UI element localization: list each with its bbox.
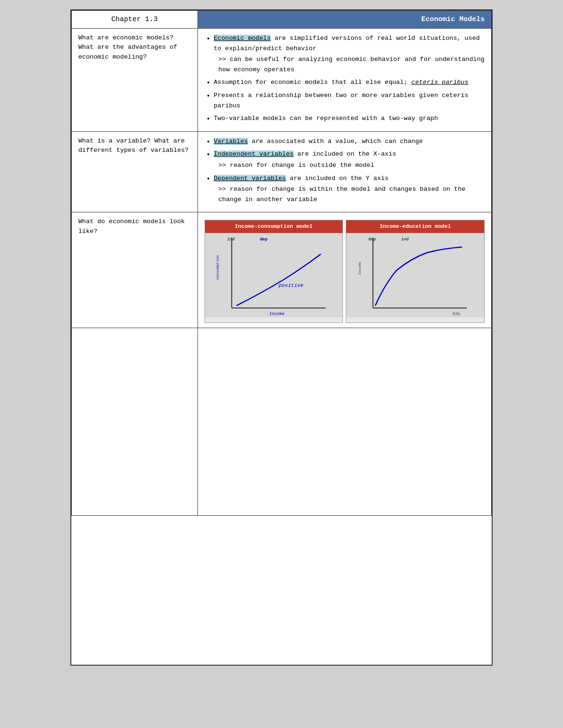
svg-text:Income: Income xyxy=(358,262,362,275)
bullet-list-1: Economic models are simplified versions … xyxy=(205,33,485,124)
header-row: Chapter 1.3 Economic Models xyxy=(72,11,492,29)
question-text-3: What do economic models look like? xyxy=(78,218,185,234)
content-cell-1: Economic models are simplified versions … xyxy=(198,29,492,132)
svg-text:dep: dep xyxy=(259,237,267,242)
text-ceteris-paribus: ceteris paribus xyxy=(411,79,469,86)
list-item: Presents a relationship between two or m… xyxy=(214,90,485,111)
main-table: Chapter 1.3 Economic Models What are eco… xyxy=(71,10,492,516)
table-row: What is a variable? What are different t… xyxy=(72,131,492,212)
graph-title-2: Income-education model xyxy=(346,220,484,233)
highlight-variables: Variables xyxy=(214,138,248,145)
chapter-header: Chapter 1.3 xyxy=(72,11,198,29)
svg-text:Edu: Edu xyxy=(453,312,460,316)
empty-right xyxy=(198,328,492,516)
highlight-dependent: Dependent variables xyxy=(214,175,286,182)
empty-left xyxy=(72,328,198,516)
content-cell-2: Variables are associated with a value, w… xyxy=(198,131,492,212)
svg-text:Income: Income xyxy=(269,312,284,316)
svg-text:ind: ind xyxy=(227,237,234,242)
content-cell-3: Income-consumption model ind dep consu xyxy=(198,212,492,328)
text-3a: Presents a relationship between two or m… xyxy=(214,92,469,109)
graphs-container: Income-consumption model ind dep consu xyxy=(205,220,485,323)
list-item: Dependent variables are included on the … xyxy=(214,173,485,205)
graph-svg-2: dep ind Income xyxy=(346,233,484,317)
list-item: Two-variable models can be represented w… xyxy=(214,113,485,124)
list-item: Assumption for economic models that all … xyxy=(214,77,485,88)
bullet-list-2: Variables are associated with a value, w… xyxy=(205,136,485,205)
text-v2: are included on the X-axis xyxy=(297,150,396,158)
highlight-independent: Independent variables xyxy=(214,150,294,158)
text-v2b: >> reason for change is outside the mode… xyxy=(214,160,485,171)
graph-title-1: Income-consumption model xyxy=(205,220,343,233)
list-item: Independent variables are included on th… xyxy=(214,149,485,170)
question-cell-2: What is a variable? What are different t… xyxy=(72,131,198,212)
text-2a: Assumption for economic models that all … xyxy=(214,79,411,86)
question-cell-3: What do economic models look like? xyxy=(72,212,198,328)
empty-row xyxy=(72,328,492,516)
text-v1: are associated with a value, which can c… xyxy=(252,138,423,145)
text-1b: >> can be useful for analyzing economic … xyxy=(214,54,485,75)
text-v3b: >> reason for change is within the model… xyxy=(214,184,485,204)
graph-income-consumption: Income-consumption model ind dep consu xyxy=(205,220,343,323)
svg-text:dep: dep xyxy=(368,237,376,242)
table-row: What do economic models look like? Incom… xyxy=(72,212,492,328)
question-text-1: What are economic models? What are the a… xyxy=(78,34,177,60)
page: Chapter 1.3 Economic Models What are eco… xyxy=(70,9,493,666)
table-row: What are economic models? What are the a… xyxy=(72,29,492,132)
graph-area-1: ind dep consumption xyxy=(205,233,343,317)
graph-area-2: dep ind Income xyxy=(346,233,484,317)
text-v3: are included on the Y axis xyxy=(290,175,389,182)
question-text-2: What is a variable? What are different t… xyxy=(78,137,189,154)
graph-svg-1: ind dep consumption xyxy=(205,233,343,317)
svg-text:consumption: consumption xyxy=(215,255,219,280)
list-item: Economic models are simplified versions … xyxy=(214,33,485,75)
svg-text:positive: positive xyxy=(278,283,303,288)
question-cell-1: What are economic models? What are the a… xyxy=(72,29,198,132)
text-4a: Two-variable models can be represented w… xyxy=(214,115,438,122)
svg-text:ind: ind xyxy=(401,237,409,242)
highlight-economic-models: Economic models xyxy=(214,35,271,42)
list-item: Variables are associated with a value, w… xyxy=(214,136,485,147)
graph-income-education: Income-education model dep ind Income xyxy=(346,220,485,323)
title-header: Economic Models xyxy=(198,11,492,29)
